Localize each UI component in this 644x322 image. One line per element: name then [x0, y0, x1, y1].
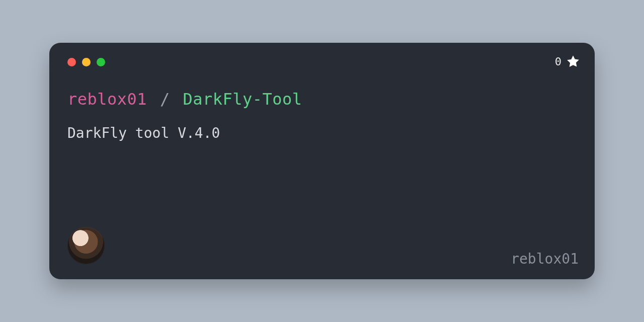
avatar[interactable]: [67, 227, 105, 264]
close-dot[interactable]: [67, 58, 76, 66]
star-count-area[interactable]: 0: [555, 54, 581, 69]
window-traffic-lights: [67, 58, 577, 66]
repo-title: reblox01 / DarkFly-Tool: [67, 90, 577, 109]
repo-name[interactable]: DarkFly-Tool: [183, 90, 302, 109]
repo-description: DarkFly tool V.4.0: [67, 125, 577, 141]
minimize-dot[interactable]: [82, 58, 91, 66]
repo-card: 0 reblox01 / DarkFly-Tool DarkFly tool V…: [49, 43, 595, 279]
star-count: 0: [555, 55, 561, 68]
footer-username: reblox01: [511, 251, 579, 267]
repo-separator: /: [160, 90, 170, 109]
zoom-dot[interactable]: [97, 58, 105, 66]
star-icon: [566, 54, 581, 69]
repo-owner[interactable]: reblox01: [67, 90, 147, 109]
